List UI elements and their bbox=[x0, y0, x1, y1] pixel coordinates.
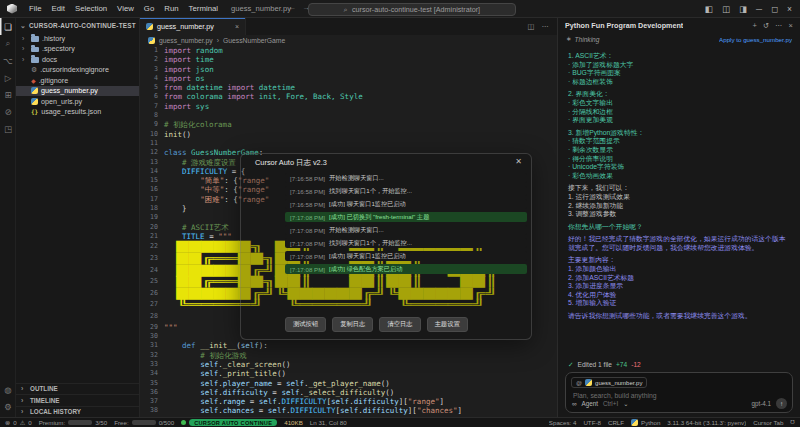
section-local-history[interactable]: ›LOCAL HISTORY bbox=[16, 406, 139, 418]
token: = bbox=[205, 232, 219, 241]
tab-guess-number[interactable]: guess_number.py × bbox=[140, 18, 246, 35]
activity-explorer[interactable]: ❏ bbox=[0, 18, 16, 35]
log-message: [成功] 绿色配色方案已启动 bbox=[329, 265, 402, 274]
file-label: usage_results.json bbox=[41, 107, 101, 116]
cursor-auto-continue-status[interactable]: CURSOR AUTO CONTINUE bbox=[181, 419, 277, 426]
close-icon[interactable]: ✕ bbox=[515, 157, 522, 166]
cursor-position[interactable]: Ln 31, Col 80 bbox=[310, 419, 347, 426]
line-number: 6 bbox=[140, 92, 164, 101]
bell-icon[interactable]: Ω bbox=[790, 419, 795, 426]
activity-extensions[interactable]: ⊞ bbox=[0, 86, 16, 103]
token: TITLE bbox=[182, 232, 205, 241]
file-item-open-urls-py[interactable]: open_urls.py bbox=[16, 96, 139, 107]
file-item-guess-number-py[interactable]: guess_number.py bbox=[16, 86, 139, 97]
activity-remote[interactable]: ⊘ bbox=[0, 103, 16, 120]
layout-right-icon[interactable]: ◨ bbox=[739, 4, 747, 14]
activity-search[interactable]: ⌕ bbox=[0, 35, 16, 52]
log-entry: [7:16:58 PM][成功] 聊天窗口1监控已启动 bbox=[285, 199, 527, 209]
chevron-down-icon[interactable]: ⌄ bbox=[623, 400, 628, 407]
python-interpreter[interactable]: 3.11.3 64-bit ('3.11.3': pyenv) bbox=[667, 419, 746, 426]
apply-link[interactable]: Apply to guess_number.py bbox=[719, 36, 792, 43]
file-item--specstory[interactable]: ›.specstory bbox=[16, 44, 139, 55]
explorer-icon: ❏ bbox=[4, 22, 12, 32]
section-timeline[interactable]: ›TIMELINE bbox=[16, 394, 139, 406]
menu-file[interactable]: File bbox=[24, 4, 47, 13]
edited-files-row[interactable]: ✓ Edited 1 file +74 -12 bbox=[558, 358, 800, 371]
indentation-setting[interactable]: Spaces: 4 bbox=[549, 419, 577, 426]
agent-mode-selector[interactable]: Agent bbox=[582, 400, 598, 407]
close-panel-icon[interactable]: × bbox=[789, 21, 793, 30]
activity-source-control[interactable]: ⌥ bbox=[0, 52, 16, 69]
more-icon[interactable]: ⋯ bbox=[775, 21, 783, 30]
code-line: 6from colorama import init, Fore, Back, … bbox=[140, 92, 557, 101]
line-number: 2 bbox=[140, 55, 164, 64]
activity-account[interactable]: ◍ bbox=[0, 381, 16, 398]
token: } bbox=[164, 204, 187, 213]
token: """ bbox=[164, 323, 178, 332]
token: self bbox=[340, 406, 358, 415]
file-item--cursorindexingignore[interactable]: ⚙.cursorindexingignore bbox=[16, 65, 139, 76]
menu-terminal[interactable]: Terminal bbox=[184, 4, 223, 13]
modal-button[interactable]: 复制日志 bbox=[332, 317, 373, 332]
encoding-setting[interactable]: UTF-8 bbox=[583, 419, 601, 426]
split-editor-icon[interactable]: ◫ bbox=[527, 22, 534, 31]
eol-setting[interactable]: CRLF bbox=[608, 419, 624, 426]
explorer-header[interactable]: ⌄ CURSOR-AUTO-CONTINUE-TEST bbox=[16, 18, 139, 33]
token: os bbox=[191, 74, 205, 83]
token: import bbox=[164, 102, 191, 111]
ellipsis-icon[interactable]: ⋯ bbox=[542, 22, 550, 31]
free-usage[interactable]: Free: 0/500 bbox=[114, 419, 174, 426]
file-item-usage-results-json[interactable]: {}usage_results.json bbox=[16, 107, 139, 118]
context-chip[interactable]: @ guess_number.py bbox=[571, 377, 647, 388]
send-button[interactable]: ↑ bbox=[776, 398, 787, 409]
chevron-right-icon: › bbox=[22, 35, 28, 42]
file-item--gitignore[interactable]: ◆.gitignore bbox=[16, 75, 139, 86]
menu-view[interactable]: View bbox=[112, 4, 139, 13]
cursor-tab-toggle[interactable]: Cursor Tab bbox=[753, 419, 783, 426]
activity-settings[interactable]: ⚙ bbox=[0, 398, 16, 415]
file-item--history[interactable]: ›.history bbox=[16, 33, 139, 44]
activity-chat[interactable]: ◳ bbox=[0, 120, 16, 137]
chat-input-box[interactable]: @ guess_number.py Plan, search, build an… bbox=[565, 372, 793, 413]
breadcrumb[interactable]: guess_number.py › GuessNumberGame bbox=[140, 35, 557, 46]
modal-button[interactable]: 清空日志 bbox=[379, 317, 420, 332]
thinking-label: Thinking bbox=[575, 36, 600, 43]
file-item-docs[interactable]: ›docs bbox=[16, 54, 139, 65]
minimize-button[interactable]: ─ bbox=[756, 4, 762, 14]
command-search[interactable]: ⌕ cursor-auto-continue-test [Administrat… bbox=[308, 3, 516, 16]
modal-button[interactable]: 主题设置 bbox=[427, 317, 468, 332]
token bbox=[164, 379, 200, 388]
language-mode[interactable]: Python bbox=[631, 419, 660, 426]
close-tab-icon[interactable]: × bbox=[235, 23, 239, 30]
breadcrumb-file[interactable]: guess_number.py bbox=[159, 37, 213, 44]
premium-usage[interactable]: Premium: 3/50 bbox=[39, 419, 108, 426]
model-selector[interactable]: gpt-4.1 bbox=[751, 400, 771, 407]
menu-go[interactable]: Go bbox=[139, 4, 159, 13]
code-line: 3import json bbox=[140, 65, 557, 74]
close-button[interactable]: × bbox=[787, 4, 792, 14]
modal-button[interactable]: 测试按钮 bbox=[285, 317, 326, 332]
chat-line: 2. 继续添加新功能 bbox=[568, 202, 790, 211]
memory-usage[interactable]: 410KB bbox=[284, 419, 303, 426]
maximize-button[interactable]: ◻ bbox=[771, 4, 778, 14]
layout-panel-icon[interactable]: ◫ bbox=[722, 4, 730, 14]
menu-edit[interactable]: Edit bbox=[47, 4, 70, 13]
breadcrumb-symbol[interactable]: GuessNumberGame bbox=[223, 37, 285, 44]
layout-left-icon[interactable]: ◧ bbox=[705, 4, 713, 14]
back-icon[interactable]: ← bbox=[288, 3, 296, 12]
chat-line: · BUG字符画图案 bbox=[568, 69, 790, 78]
menu-run[interactable]: Run bbox=[159, 4, 183, 13]
file-label: guess_number.py bbox=[41, 86, 98, 95]
new-chat-icon[interactable]: + bbox=[752, 21, 756, 30]
thinking-row[interactable]: ∗ Thinking Apply to guess_number.py bbox=[558, 33, 800, 45]
at-icon: @ bbox=[576, 380, 582, 386]
section-outline[interactable]: ›OUTLINE bbox=[16, 383, 139, 395]
activity-run-debug[interactable]: ▷ bbox=[0, 69, 16, 86]
history-icon[interactable]: ↺ bbox=[763, 21, 769, 30]
menu-selection[interactable]: Selection bbox=[70, 4, 112, 13]
chat-messages[interactable]: 1. ASCII艺术：· 添加了游戏标题大字· BUG字符画图案· 标题边框装饰… bbox=[558, 48, 800, 355]
line-number: 11 bbox=[140, 139, 164, 148]
problems-indicator[interactable]: ⊗ 0 ⚠ 0 bbox=[5, 419, 32, 426]
line-number: 30 bbox=[140, 332, 164, 341]
lines-removed: -12 bbox=[631, 361, 641, 368]
